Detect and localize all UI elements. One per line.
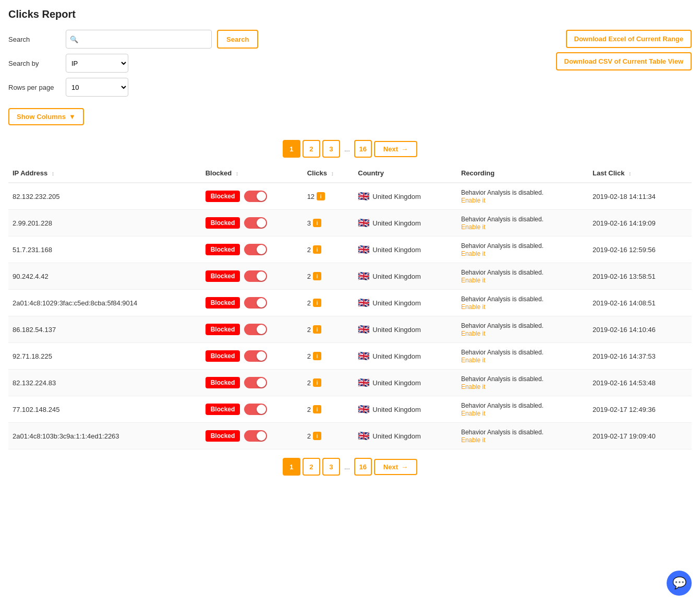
blocked-toggle[interactable] (244, 377, 267, 388)
search-input-wrap: 🔍 (66, 30, 212, 49)
country-flag: 🇬🇧 (358, 324, 369, 335)
cell-recording: Behavior Analysis is disabled. Enable it (457, 236, 588, 263)
table-row: 90.242.4.42 Blocked 2 i 🇬🇧 United Kingdo… (8, 263, 692, 290)
blocked-toggle[interactable] (244, 297, 267, 309)
sort-clicks-icon[interactable]: ↕ (331, 170, 334, 176)
country-name: United Kingdom (372, 406, 421, 413)
country-flag: 🇬🇧 (358, 270, 369, 282)
page-16-button-bottom[interactable]: 16 (354, 458, 372, 476)
table-row: 51.7.231.168 Blocked 2 i 🇬🇧 United Kingd… (8, 236, 692, 263)
page-2-button-bottom[interactable]: 2 (303, 458, 320, 476)
blocked-badge: Blocked (206, 377, 240, 388)
next-button-top[interactable]: Next → (374, 141, 417, 157)
blocked-badge: Blocked (206, 350, 240, 362)
clicks-value: 2 (307, 299, 311, 307)
enable-recording-link[interactable]: Enable it (461, 303, 486, 311)
enable-recording-link[interactable]: Enable it (461, 223, 486, 231)
clicks-info-icon[interactable]: i (313, 432, 321, 440)
blocked-badge: Blocked (206, 244, 240, 255)
page-3-button-bottom[interactable]: 3 (322, 458, 340, 476)
page-2-button[interactable]: 2 (303, 140, 320, 158)
cell-recording: Behavior Analysis is disabled. Enable it (457, 210, 588, 236)
country-flag: 🇬🇧 (358, 191, 369, 202)
search-icon: 🔍 (70, 35, 78, 43)
pagination-bottom: 1 2 3 ... 16 Next → (8, 458, 692, 476)
clicks-info-icon[interactable]: i (313, 245, 321, 254)
cell-clicks: 2 i (303, 236, 354, 263)
enable-recording-link[interactable]: Enable it (461, 330, 486, 337)
recording-disabled-text: Behavior Analysis is disabled. (461, 216, 544, 223)
page-ellipsis-bottom: ... (342, 463, 352, 471)
recording-disabled-text: Behavior Analysis is disabled. (461, 429, 544, 436)
clicks-info-icon[interactable]: i (313, 352, 321, 360)
cell-last-click: 2019-02-18 14:11:34 (588, 183, 692, 210)
show-columns-button[interactable]: Show Columns ▼ (8, 108, 84, 125)
blocked-toggle[interactable] (244, 217, 267, 229)
enable-recording-link[interactable]: Enable it (461, 383, 486, 390)
sort-blocked-icon[interactable]: ↕ (236, 170, 239, 176)
top-controls: Search 🔍 Search Search by IP Country Dat… (8, 30, 692, 97)
blocked-toggle[interactable] (244, 430, 267, 442)
table-row: 82.132.224.83 Blocked 2 i 🇬🇧 United King… (8, 370, 692, 396)
cell-blocked: Blocked (201, 316, 303, 343)
country-flag: 🇬🇧 (358, 377, 369, 388)
blocked-toggle[interactable] (244, 270, 267, 282)
download-excel-button[interactable]: Download Excel of Current Range (566, 30, 692, 48)
cell-last-click: 2019-02-16 14:37:53 (588, 343, 692, 370)
enable-recording-link[interactable]: Enable it (461, 436, 486, 444)
blocked-toggle[interactable] (244, 324, 267, 335)
clicks-value: 2 (307, 352, 311, 360)
country-name: United Kingdom (372, 352, 421, 360)
enable-recording-link[interactable]: Enable it (461, 277, 486, 284)
enable-recording-link[interactable]: Enable it (461, 410, 486, 417)
cell-clicks: 2 i (303, 343, 354, 370)
search-by-row: Search by IP Country Date (8, 54, 258, 73)
blocked-toggle[interactable] (244, 350, 267, 362)
cell-country: 🇬🇧 United Kingdom (354, 236, 457, 263)
page-1-button[interactable]: 1 (283, 140, 300, 158)
clicks-info-icon[interactable]: i (313, 378, 321, 387)
cell-recording: Behavior Analysis is disabled. Enable it (457, 370, 588, 396)
clicks-info-icon[interactable]: i (313, 325, 321, 334)
page-16-button[interactable]: 16 (354, 140, 372, 158)
cell-country: 🇬🇧 United Kingdom (354, 183, 457, 210)
sort-lastclick-icon[interactable]: ↕ (629, 170, 632, 176)
clicks-info-icon[interactable]: i (313, 405, 321, 413)
recording-disabled-text: Behavior Analysis is disabled. (461, 375, 544, 383)
next-button-bottom[interactable]: Next → (374, 459, 417, 475)
blocked-badge: Blocked (206, 404, 240, 415)
col-country: Country (354, 164, 457, 183)
clicks-info-icon[interactable]: i (317, 192, 325, 200)
page-title: Clicks Report (8, 8, 692, 20)
cell-blocked: Blocked (201, 183, 303, 210)
cell-recording: Behavior Analysis is disabled. Enable it (457, 263, 588, 290)
clicks-info-icon[interactable]: i (313, 272, 321, 280)
enable-recording-link[interactable]: Enable it (461, 197, 486, 204)
rows-per-page-select[interactable]: 10 25 50 100 (66, 78, 128, 97)
recording-disabled-text: Behavior Analysis is disabled. (461, 269, 544, 276)
blocked-toggle[interactable] (244, 244, 267, 255)
enable-recording-link[interactable]: Enable it (461, 250, 486, 257)
blocked-toggle[interactable] (244, 191, 267, 202)
blocked-badge: Blocked (206, 191, 240, 202)
next-arrow-icon-bottom: → (401, 463, 408, 471)
enable-recording-link[interactable]: Enable it (461, 357, 486, 364)
country-name: United Kingdom (372, 299, 421, 307)
search-input[interactable] (66, 30, 212, 49)
blocked-badge: Blocked (206, 270, 240, 282)
page-1-button-bottom[interactable]: 1 (283, 458, 300, 476)
sort-ip-icon[interactable]: ↕ (52, 170, 55, 176)
table-row: 92.71.18.225 Blocked 2 i 🇬🇧 United Kingd… (8, 343, 692, 370)
cell-blocked: Blocked (201, 236, 303, 263)
right-buttons: Download Excel of Current Range Download… (556, 30, 692, 70)
page-3-button[interactable]: 3 (322, 140, 340, 158)
download-csv-button[interactable]: Download CSV of Current Table View (556, 52, 692, 70)
blocked-toggle[interactable] (244, 404, 267, 415)
clicks-info-icon[interactable]: i (313, 219, 321, 227)
country-flag: 🇬🇧 (358, 217, 369, 229)
blocked-badge: Blocked (206, 297, 240, 309)
country-flag: 🇬🇧 (358, 404, 369, 415)
clicks-info-icon[interactable]: i (313, 299, 321, 307)
search-by-select[interactable]: IP Country Date (66, 54, 128, 73)
search-button[interactable]: Search (217, 30, 258, 49)
